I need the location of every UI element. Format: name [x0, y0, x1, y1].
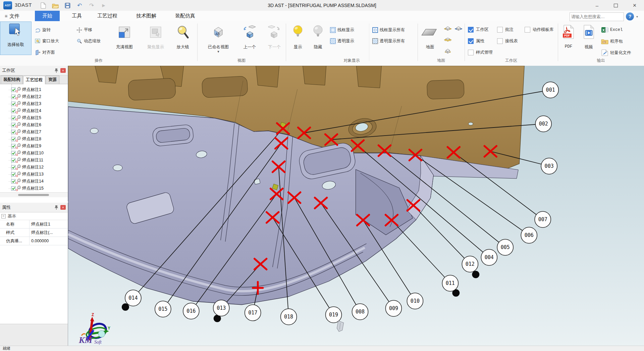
tab-tech-illustration[interactable]: 技术图解 [129, 11, 164, 21]
tree-item[interactable]: 1焊点标注7 [0, 129, 68, 136]
balloon[interactable]: 002 [535, 116, 551, 132]
tab-process-tree[interactable]: 工艺过程 [23, 76, 45, 84]
tree-item[interactable]: 1焊点标注1 [0, 86, 68, 93]
balloon[interactable]: 013 [213, 300, 229, 316]
minimize-button[interactable]: – [588, 0, 606, 11]
tree-item[interactable]: 1焊点标注2 [0, 93, 68, 100]
tree-item[interactable]: 1焊点标注13 [0, 171, 68, 178]
help-caret-icon[interactable]: ▾ [636, 15, 638, 18]
tree-checkbox[interactable] [11, 116, 15, 120]
tab-tools[interactable]: 工具 [64, 11, 89, 21]
tree-checkbox[interactable] [11, 172, 15, 177]
property-value-sim[interactable]: 0.000000 [30, 237, 68, 245]
balloon[interactable]: 004 [481, 249, 497, 265]
wireframe-display-button[interactable]: 线框显示 [330, 26, 354, 34]
pan-button[interactable]: 平移 [76, 26, 92, 34]
tree-checkbox[interactable] [11, 123, 15, 127]
check-wiring-table[interactable]: 接线表 [497, 38, 518, 44]
collapse-icon[interactable]: − [1, 214, 6, 218]
tree-item[interactable]: 1焊点标注9 [0, 143, 68, 150]
tree-checkbox[interactable] [11, 180, 15, 184]
balloon[interactable]: 019 [326, 307, 342, 323]
tab-home[interactable]: 开始 [35, 11, 60, 21]
export-lightweight-button[interactable]: 轻量化文件 [601, 49, 631, 56]
tree-item[interactable]: 1焊点标注6 [0, 121, 68, 129]
tree-checkbox[interactable] [11, 144, 15, 148]
tab-assembly-structure[interactable]: 装配结构 [1, 76, 23, 84]
tree-horizontal-scrollbar[interactable] [0, 192, 68, 197]
tree-item[interactable]: 1焊点标注15 [0, 185, 68, 192]
rotate-button[interactable]: 旋转 [35, 26, 51, 34]
dynamic-zoom-button[interactable]: 动态缩放 [76, 37, 101, 45]
balloon[interactable]: 005 [497, 239, 513, 255]
export-video-button[interactable]: 视频 [580, 23, 597, 50]
tree-item[interactable]: 1焊点标注3 [0, 100, 68, 107]
property-group-basic[interactable]: − 基本 [0, 212, 68, 220]
previous-view-button[interactable]: 上一个 [239, 23, 260, 50]
balloon[interactable]: 012 [462, 256, 478, 272]
transparent-all-button[interactable]: 透明显示所有 [372, 37, 405, 45]
tree-item[interactable]: 1焊点标注12 [0, 164, 68, 171]
tree-checkbox[interactable] [11, 130, 15, 134]
tree-item[interactable]: 1焊点标注5 [0, 114, 68, 121]
tree-item[interactable]: 1焊点标注10 [0, 150, 68, 157]
hide-button[interactable]: 隐藏 [309, 23, 327, 50]
select-pick-button[interactable]: 选择拾取 [0, 21, 32, 55]
show-button[interactable]: 显示 [289, 23, 307, 50]
tree-item[interactable]: 1焊点标注11 [0, 157, 68, 164]
tab-resources[interactable]: 资源 [46, 76, 59, 84]
workspace-panel-close-button[interactable]: × [60, 68, 66, 73]
check-annotation[interactable]: 批注 [497, 26, 514, 33]
check-style-manager[interactable]: 样式管理 [468, 49, 493, 56]
tree-checkbox[interactable] [11, 151, 15, 155]
help-button[interactable]: ? [626, 12, 634, 20]
tree-item[interactable]: 1焊点标注8 [0, 136, 68, 143]
tree-checkbox[interactable] [11, 158, 15, 162]
tree-item[interactable]: 1焊点标注4 [0, 107, 68, 114]
ground-flat-button[interactable] [443, 36, 452, 43]
pin-icon[interactable] [54, 205, 58, 210]
balloon[interactable]: 016 [183, 303, 199, 319]
check-workspace[interactable]: 工作区 [468, 26, 489, 33]
wireframe-all-button[interactable]: 线框显示所有 [372, 26, 405, 34]
export-pdf-button[interactable]: PDF PDF [560, 23, 577, 49]
balloon[interactable]: 014 [125, 290, 141, 306]
focus-view-button[interactable]: 聚焦显示 [143, 23, 168, 50]
viewport-3d[interactable]: 0010020030070060050040120110100090080190… [68, 66, 644, 346]
tree-checkbox[interactable] [11, 88, 15, 92]
ground-cube-plain-button[interactable] [443, 47, 452, 54]
balloon[interactable]: 017 [245, 305, 261, 321]
tree-item[interactable]: 1焊点标注14 [0, 178, 68, 185]
tree-checkbox[interactable] [11, 95, 15, 99]
balloon[interactable]: 015 [155, 301, 171, 317]
tab-process[interactable]: 工艺过程 [90, 11, 125, 21]
property-value-style[interactable]: 焊点标注(... [30, 229, 68, 237]
properties-panel-close-button[interactable]: × [60, 205, 66, 210]
balloon[interactable]: 018 [281, 309, 297, 325]
balloon[interactable]: 003 [541, 158, 557, 174]
tree-checkbox[interactable] [11, 187, 15, 191]
tree-checkbox[interactable] [11, 165, 15, 169]
balloon[interactable]: 006 [521, 227, 537, 243]
check-properties[interactable]: 属性 [468, 38, 484, 44]
property-value-name[interactable]: 焊点标注1 [30, 220, 68, 228]
close-button[interactable]: × [625, 0, 644, 11]
file-menu-button[interactable]: ≡ 文件 [3, 12, 21, 20]
balloon[interactable]: 009 [385, 300, 401, 316]
ground-button[interactable]: 地面 [419, 23, 441, 50]
balloon[interactable]: 010 [407, 293, 423, 309]
window-zoom-button[interactable]: 窗口放大 [35, 37, 59, 45]
export-package-button[interactable]: EXE 程序包 [601, 38, 623, 45]
search-input[interactable] [570, 14, 627, 19]
transparent-display-button[interactable]: 透明显示 [330, 37, 354, 45]
ground-cube-blue-button[interactable] [454, 24, 463, 32]
export-excel-button[interactable]: X Excel [601, 26, 623, 34]
named-view-button[interactable]: AB 已命名视图 ▼ [200, 23, 237, 53]
tree-checkbox[interactable] [11, 109, 15, 113]
magnifier-button[interactable]: 放大镜 [172, 23, 194, 50]
balloon[interactable]: 008 [352, 304, 368, 320]
named-view-caret-icon[interactable]: ▼ [217, 50, 220, 53]
tree-checkbox[interactable] [11, 102, 15, 106]
search-box[interactable] [570, 12, 624, 21]
balloon[interactable]: 007 [535, 211, 551, 228]
